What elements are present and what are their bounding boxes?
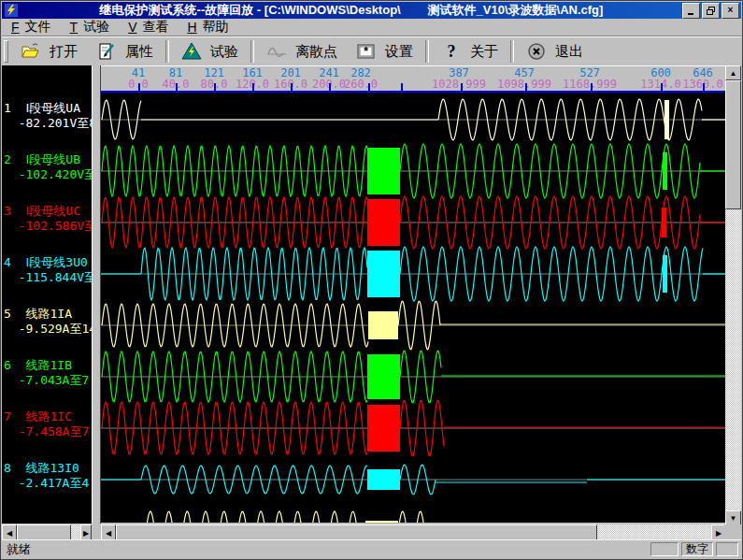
ruler[interactable]: 410.08140.012180.0161120.0201160.0241200… (101, 65, 727, 91)
channel-range: -2.417A至4. (4, 476, 92, 491)
panel-splitter[interactable] (92, 65, 101, 524)
channel-label[interactable]: 7 线路1IC -7.458A至7. (4, 409, 92, 439)
fault-section-block (367, 148, 400, 194)
discrete-points-button[interactable]: 离散点 (257, 39, 347, 64)
channel-name: 3 Ⅰ段母线UC (4, 204, 92, 219)
ruler-tick (461, 83, 463, 91)
toolbar-separator (165, 40, 169, 63)
ruler-tick (329, 83, 331, 91)
channel-range: -82.201V至8 (4, 116, 92, 131)
status-panel-1 (650, 542, 679, 556)
fault-section-block (365, 521, 398, 523)
channel-range: -102.420V至 (4, 167, 92, 182)
waveform-trace (398, 511, 430, 523)
ruler-tick (401, 83, 403, 91)
settings-icon: * (356, 42, 377, 61)
toolbar-separator (510, 40, 514, 63)
channel-name: 6 线路1IB (4, 358, 92, 373)
window-titlebar: 继电保护测试系统--故障回放 - [C:\WINDOWS\Desktop\ 测试… (2, 2, 741, 19)
properties-icon (96, 42, 117, 61)
about-button[interactable]: ? 关于 (432, 39, 507, 64)
channel-range: -9.529A至14 (4, 322, 92, 337)
toolbar-separator (250, 40, 254, 63)
test-button[interactable]: 试验 (172, 39, 248, 64)
ruler-baseline (101, 91, 727, 93)
open-button[interactable]: 打开 (11, 39, 87, 64)
status-panel-2 (716, 542, 738, 556)
ruler-tick (525, 83, 527, 91)
channel-name: 4 Ⅰ段母线3U0 (4, 255, 92, 270)
toolbar-separator (425, 40, 429, 63)
scroll-up-button[interactable]: ▲ (725, 65, 741, 80)
waveform-trace (146, 511, 365, 523)
channel-panel: 1 Ⅰ段母线UA -82.201V至82 Ⅰ段母线UB -102.420V至3 … (2, 65, 92, 524)
ruler-time-label: 1168.999 (563, 79, 617, 90)
menu-item-test[interactable]: T试验 (61, 19, 120, 36)
fault-section-block (367, 251, 400, 297)
channel-name: 7 线路1IC (4, 409, 92, 424)
scroll-down-button[interactable]: ▼ (725, 510, 741, 525)
menu-item-view[interactable]: V查看 (119, 19, 178, 36)
waveform-canvas[interactable] (101, 91, 727, 523)
ruler-tick (703, 83, 705, 91)
channel-label[interactable]: 5 线路1IA -9.529A至14 (4, 307, 92, 337)
ruler-tick (214, 83, 216, 91)
waveform-area (101, 91, 727, 523)
cursor-marker[interactable] (663, 255, 667, 293)
ruler-tick (291, 83, 293, 91)
toolbar: 打开 属性 试验 离散点 (2, 36, 741, 66)
ruler-tick (176, 83, 178, 91)
channel-label[interactable]: 1 Ⅰ段母线UA -82.201V至8 (4, 101, 92, 131)
ruler-tick (368, 83, 370, 91)
channel-name: 1 Ⅰ段母线UA (4, 101, 92, 116)
properties-button[interactable]: 属性 (87, 39, 163, 64)
channel-range: -115.844V至 (4, 270, 92, 285)
restore-button[interactable] (702, 3, 720, 19)
cursor-marker[interactable] (662, 208, 666, 237)
channel-label[interactable]: 3 Ⅰ段母线UC -102.586V至 (4, 204, 92, 234)
exit-icon (526, 42, 547, 61)
channel-label[interactable]: 4 Ⅰ段母线3U0 -115.844V至 (4, 255, 92, 285)
vertical-scrollbar: ▲ ▼ (725, 65, 741, 525)
svg-text:?: ? (448, 42, 456, 61)
vertical-scroll-track[interactable] (725, 209, 741, 510)
ruler-time-label: 1098.999 (497, 79, 551, 90)
channel-label[interactable]: 6 线路1IB -7.043A至7. (4, 358, 92, 388)
cursor-marker[interactable] (663, 152, 667, 190)
fault-section-block (367, 199, 400, 246)
cursor-marker[interactable] (664, 100, 669, 139)
open-folder-icon (21, 42, 41, 61)
channel-name: 8 线路13I0 (4, 461, 92, 476)
fault-section-block (368, 311, 398, 339)
about-question-icon: ? (441, 42, 462, 61)
channel-label[interactable]: 2 Ⅰ段母线UB -102.420V至 (4, 152, 92, 182)
channel-name: 2 Ⅰ段母线UB (4, 152, 92, 167)
ruler-time-label: 1028.999 (432, 79, 486, 90)
discrete-points-icon (266, 42, 287, 61)
app-icon (5, 4, 18, 17)
menu-item-help[interactable]: H帮助 (178, 19, 237, 36)
svg-text:*: * (364, 45, 368, 58)
status-panel-numeric: 数字 (681, 542, 713, 556)
window-title: 继电保护测试系统--故障回放 - [C:\WINDOWS\Desktop\ 测试… (21, 2, 682, 19)
status-ready-text: 就绪 (2, 541, 650, 558)
close-button[interactable]: × (722, 3, 739, 19)
toolbar-gripper[interactable] (4, 40, 8, 63)
channel-range: -102.586V至 (4, 219, 92, 234)
test-lightning-icon (181, 42, 202, 61)
status-bar: 就绪 数字 (2, 539, 741, 558)
channel-range: -7.043A至7. (4, 373, 92, 388)
settings-button[interactable]: * 设置 (347, 39, 422, 64)
exit-button[interactable]: 退出 (517, 39, 593, 64)
minimize-button[interactable] (682, 3, 700, 19)
menu-bar: F文件 T试验 V查看 H帮助 (2, 19, 741, 36)
channel-range: -7.458A至7. (4, 424, 92, 439)
channel-label[interactable]: 8 线路13I0 -2.417A至4. (4, 461, 92, 491)
fault-section-block (367, 354, 400, 399)
fault-section-block (367, 405, 400, 452)
app-window: 继电保护测试系统--故障回放 - [C:\WINDOWS\Desktop\ 测试… (0, 0, 743, 560)
vertical-scroll-thumb[interactable] (725, 80, 741, 209)
ruler-tick (591, 83, 593, 91)
menu-item-file[interactable]: F文件 (2, 19, 61, 36)
fault-section-block (367, 469, 400, 490)
